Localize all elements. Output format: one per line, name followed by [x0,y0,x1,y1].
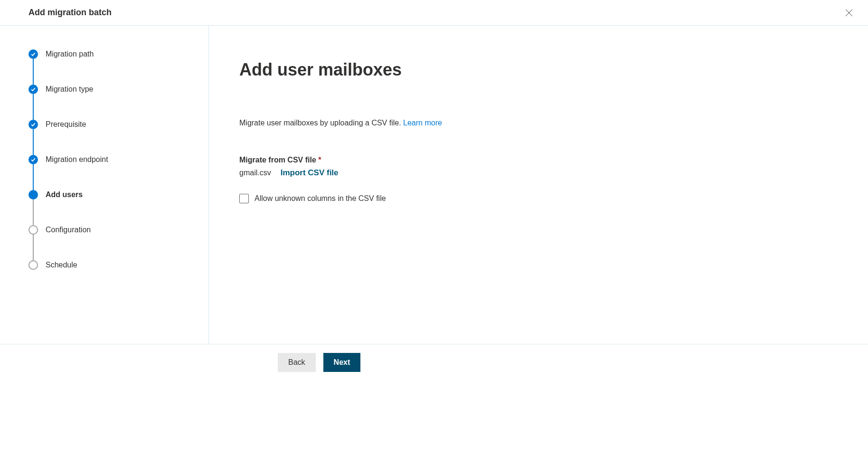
allow-unknown-columns-label: Allow unknown columns in the CSV file [255,194,386,203]
wizard-footer: Back Next [0,344,868,456]
step-migration-type[interactable]: Migration type [28,85,208,94]
step-indicator-completed [28,120,38,129]
step-label: Migration endpoint [46,155,108,164]
step-migration-path[interactable]: Migration path [28,49,208,59]
step-schedule[interactable]: Schedule [28,260,208,270]
step-label: Migration path [46,50,94,58]
step-indicator-current [28,190,38,200]
step-label: Add users [46,190,83,199]
csv-field-label: Migrate from CSV file * [239,156,868,164]
checkmark-icon [30,51,36,57]
step-label: Migration type [46,85,94,94]
step-prerequisite[interactable]: Prerequisite [28,120,208,129]
step-indicator-upcoming [28,225,38,235]
close-icon [845,9,853,17]
checkmark-icon [30,157,36,162]
step-indicator-completed [28,49,38,59]
step-configuration[interactable]: Configuration [28,225,208,235]
step-add-users[interactable]: Add users [28,190,208,200]
step-label: Schedule [46,261,77,269]
wizard-title: Add migration batch [28,8,112,18]
checkmark-icon [30,122,36,127]
next-button[interactable]: Next [323,353,361,372]
step-indicator-upcoming [28,260,38,270]
page-description: Migrate user mailboxes by uploading a CS… [239,119,868,127]
import-csv-button[interactable]: Import CSV file [281,168,339,178]
step-indicator-completed [28,155,38,164]
selected-file-name: gmail.csv [239,169,271,177]
step-migration-endpoint[interactable]: Migration endpoint [28,155,208,164]
wizard-header: Add migration batch [0,0,868,26]
step-label: Prerequisite [46,120,86,129]
step-indicator-completed [28,85,38,94]
allow-unknown-columns-checkbox[interactable] [239,194,249,203]
close-button[interactable] [841,5,857,20]
checkmark-icon [30,86,36,92]
learn-more-link[interactable]: Learn more [403,119,442,127]
required-asterisk: * [318,156,321,164]
page-title: Add user mailboxes [239,60,868,80]
step-label: Configuration [46,226,91,234]
back-button[interactable]: Back [278,353,316,372]
wizard-main-panel: Add user mailboxes Migrate user mailboxe… [209,26,868,344]
wizard-step-sidebar: Migration path Migration type Pr [0,26,209,344]
